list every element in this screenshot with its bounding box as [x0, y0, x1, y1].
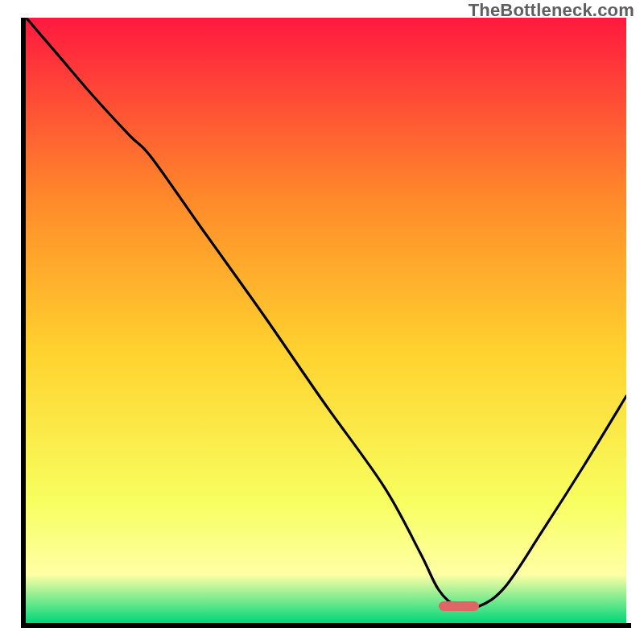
watermark-text: TheBottleneck.com [469, 0, 634, 21]
plot-area [21, 18, 626, 623]
optimal-range-marker [439, 601, 479, 611]
chart-stage: TheBottleneck.com [0, 0, 644, 644]
bottleneck-curve [21, 18, 626, 623]
